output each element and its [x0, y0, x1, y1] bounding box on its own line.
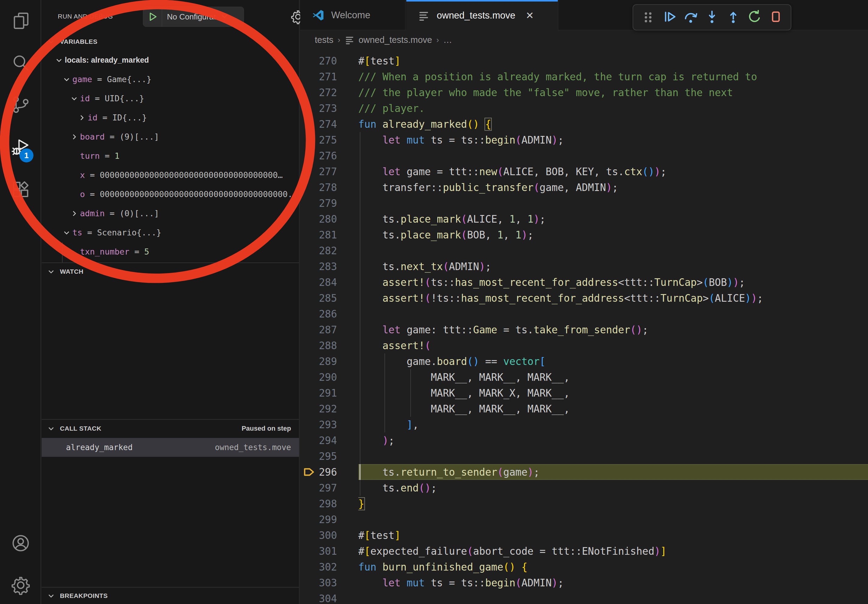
code-line-299[interactable]: 299 — [300, 511, 868, 527]
code-line-293[interactable]: 293 ], — [300, 417, 868, 432]
code-line-297[interactable]: 297 ts.end(); — [300, 480, 868, 496]
code-line-290[interactable]: 290 MARK__, MARK__, MARK__, — [300, 369, 868, 385]
toolbar-drag-handle[interactable] — [637, 7, 659, 28]
code-line-294[interactable]: 294 ); — [300, 432, 868, 448]
code-line-289[interactable]: 289 game.board() == vector[ — [300, 353, 868, 369]
twisty-icon[interactable] — [68, 133, 80, 141]
twisty-icon[interactable] — [76, 114, 88, 122]
line-number[interactable]: 285 — [300, 292, 341, 304]
line-number[interactable]: 275 — [300, 134, 341, 146]
code-line-278[interactable]: 278 transfer::public_transfer(game, ADMI… — [300, 180, 868, 195]
variables-section-header[interactable]: VARIABLES — [42, 33, 299, 51]
line-number[interactable]: 276 — [300, 150, 341, 162]
line-number[interactable]: 302 — [300, 561, 341, 573]
variable-row-x[interactable]: x = 000000000000000000000000000000000000… — [42, 166, 299, 184]
code-line-276[interactable]: 276 — [300, 148, 868, 164]
variable-row-txn_number[interactable]: txn_number = 5 — [42, 242, 299, 261]
variable-row-id[interactable]: id = UID{...} — [42, 89, 299, 108]
line-number[interactable]: 288 — [300, 340, 341, 352]
sidebar-item-extensions[interactable] — [10, 180, 32, 201]
tab-owned-tests[interactable]: owned_tests.move ✕ — [406, 0, 558, 31]
code-line-270[interactable]: 270#[test] — [300, 53, 868, 69]
code-line-275[interactable]: 275 let mut ts = ts::begin(ADMIN); — [300, 132, 868, 148]
variable-row-ts[interactable]: ts = Scenario{...} — [42, 223, 299, 242]
line-number[interactable]: 284 — [300, 276, 341, 288]
sidebar-item-search[interactable] — [10, 53, 32, 74]
variables-scope-row[interactable]: locals: already_marked — [42, 51, 299, 70]
line-number[interactable]: 279 — [300, 197, 341, 209]
code-line-273[interactable]: 273/// player. — [300, 101, 868, 116]
code-line-291[interactable]: 291 MARK__, MARK_X, MARK__, — [300, 385, 868, 401]
tab-welcome[interactable]: Welcome — [300, 0, 406, 30]
code-line-277[interactable]: 277 let game = ttt::new(ALICE, BOB, KEY,… — [300, 164, 868, 180]
variable-row-game[interactable]: game = Game{...} — [42, 70, 299, 89]
line-number[interactable]: 283 — [300, 261, 341, 273]
line-number[interactable]: 295 — [300, 451, 341, 462]
code-line-288[interactable]: 288 assert!( — [300, 338, 868, 353]
step-over-button[interactable] — [680, 7, 701, 28]
line-number[interactable]: 298 — [300, 498, 341, 510]
line-number[interactable]: 291 — [300, 387, 341, 399]
continue-button[interactable] — [659, 7, 680, 28]
account-button[interactable] — [10, 533, 32, 555]
code-line-292[interactable]: 292 MARK__, MARK__, MARK__, — [300, 401, 868, 417]
variable-row-admin[interactable]: admin = (0)[...] — [42, 204, 299, 223]
start-debug-icon[interactable] — [143, 7, 162, 26]
line-number[interactable]: 294 — [300, 435, 341, 446]
line-number[interactable]: 299 — [300, 514, 341, 525]
call-stack-frame[interactable]: already_markedowned_tests.move — [42, 438, 299, 457]
step-into-button[interactable] — [701, 7, 722, 28]
line-number[interactable]: 282 — [300, 245, 341, 257]
code-line-303[interactable]: 303 let mut ts = ts::begin(ADMIN); — [300, 575, 868, 591]
sidebar-item-source-control[interactable] — [10, 94, 32, 116]
line-number[interactable]: 303 — [300, 577, 341, 589]
line-number[interactable]: 304 — [300, 593, 341, 604]
code-line-300[interactable]: 300#[test] — [300, 527, 868, 543]
line-number[interactable]: 277 — [300, 166, 341, 178]
code-line-285[interactable]: 285 assert!(!ts::has_most_recent_for_add… — [300, 290, 868, 306]
line-number[interactable]: 300 — [300, 530, 341, 541]
watch-section-header[interactable]: WATCH — [42, 263, 299, 280]
variable-row-id[interactable]: id = ID{...} — [42, 108, 299, 127]
restart-button[interactable] — [744, 7, 765, 28]
settings-button[interactable] — [10, 575, 32, 597]
code-line-286[interactable]: 286 — [300, 306, 868, 322]
code-line-295[interactable]: 295 — [300, 448, 868, 464]
code-line-272[interactable]: 272/// the player who made the "false" m… — [300, 85, 868, 101]
twisty-icon[interactable] — [53, 56, 65, 64]
code-line-284[interactable]: 284 assert!(ts::has_most_recent_for_addr… — [300, 274, 868, 290]
code-line-282[interactable]: 282 — [300, 243, 868, 259]
code-line-283[interactable]: 283 ts.next_tx(ADMIN); — [300, 259, 868, 274]
code-line-279[interactable]: 279 — [300, 195, 868, 211]
line-number[interactable]: 301 — [300, 545, 341, 557]
code-line-281[interactable]: 281 ts.place_mark(BOB, 1, 1); — [300, 227, 868, 243]
line-number[interactable]: 274 — [300, 118, 341, 130]
code-line-301[interactable]: 301#[expected_failure(abort_code = ttt::… — [300, 543, 868, 559]
line-number[interactable]: 287 — [300, 324, 341, 336]
code-line-302[interactable]: 302fun burn_unfinished_game() { — [300, 559, 868, 575]
line-number[interactable]: 281 — [300, 229, 341, 241]
code-line-280[interactable]: 280 ts.place_mark(ALICE, 1, 1); — [300, 211, 868, 227]
twisty-icon[interactable] — [61, 229, 72, 237]
line-number[interactable]: 272 — [300, 87, 341, 99]
sidebar-item-explorer[interactable] — [10, 10, 32, 32]
twisty-icon[interactable] — [61, 76, 72, 83]
code-line-274[interactable]: 274fun already_marked() { — [300, 116, 868, 132]
breadcrumb-item-tests[interactable]: tests — [315, 35, 333, 45]
line-number[interactable]: 297 — [300, 482, 341, 494]
call-stack-section-header[interactable]: CALL STACK Paused on step — [42, 420, 299, 437]
breadcrumb-item-symbol[interactable]: … — [443, 35, 452, 45]
close-icon[interactable]: ✕ — [525, 11, 534, 20]
line-number[interactable]: 280 — [300, 213, 341, 225]
variable-row-turn[interactable]: turn = 1 — [42, 146, 299, 166]
line-number[interactable]: 293 — [300, 419, 341, 431]
line-number[interactable]: 290 — [300, 371, 341, 383]
line-number[interactable]: 292 — [300, 403, 341, 415]
debug-config-dropdown[interactable]: No Configurat — [143, 7, 244, 27]
step-out-button[interactable] — [722, 7, 744, 28]
line-number[interactable]: 278 — [300, 181, 341, 194]
breadcrumb-item-file[interactable]: owned_tests.move — [358, 35, 432, 45]
code-line-304[interactable]: 304 — [300, 591, 868, 604]
breakpoints-section-header[interactable]: BREAKPOINTS — [42, 588, 299, 604]
line-number[interactable]: 289 — [300, 356, 341, 367]
